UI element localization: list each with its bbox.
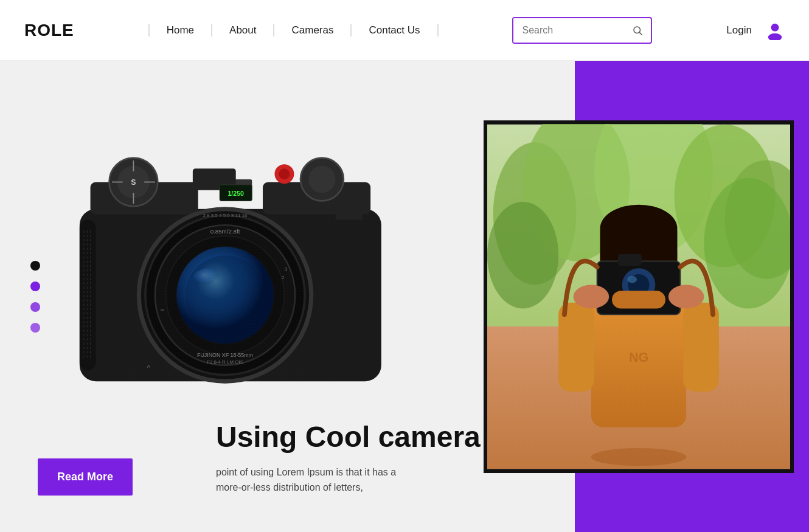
header-right: Login xyxy=(726,21,785,40)
nav: Home About Cameras Contact Us xyxy=(148,24,439,36)
search-icon xyxy=(632,25,643,36)
logo[interactable]: ROLE xyxy=(24,21,74,40)
svg-point-15 xyxy=(308,166,335,193)
svg-text:NG: NG xyxy=(629,350,648,365)
camera-svg: S 0.85m/2.8ft xyxy=(36,109,414,438)
svg-text:1/250: 1/250 xyxy=(227,190,244,197)
nav-cameras[interactable]: Cameras xyxy=(274,24,352,36)
svg-text:S: S xyxy=(131,178,136,187)
nav-contact[interactable]: Contact Us xyxy=(352,24,438,36)
user-icon[interactable] xyxy=(765,21,785,40)
hero-text-block: Using Cool camera point of using Lorem I… xyxy=(216,420,481,496)
hero-section: S 0.85m/2.8ft xyxy=(0,61,809,532)
svg-point-67 xyxy=(627,275,637,283)
svg-point-17 xyxy=(279,168,290,179)
svg-rect-44 xyxy=(99,217,379,379)
nav-home[interactable]: Home xyxy=(148,24,212,36)
svg-rect-63 xyxy=(618,254,642,266)
dot-1[interactable] xyxy=(30,261,40,271)
svg-point-54 xyxy=(591,448,686,466)
svg-line-1 xyxy=(640,32,642,35)
hero-title: Using Cool camera xyxy=(216,420,481,454)
search-bar xyxy=(512,17,652,44)
slide-dots xyxy=(30,261,40,333)
person-photo-svg: NG xyxy=(487,120,790,473)
svg-point-68 xyxy=(574,285,609,308)
nav-about[interactable]: About xyxy=(212,24,274,36)
svg-point-51 xyxy=(487,201,558,308)
search-button[interactable] xyxy=(626,18,649,43)
hero-description: point of using Lorem Ipsum is that it ha… xyxy=(216,465,411,496)
login-button[interactable]: Login xyxy=(726,24,752,36)
svg-point-0 xyxy=(634,27,641,33)
svg-point-3 xyxy=(768,33,782,40)
svg-rect-38 xyxy=(80,219,96,370)
dot-2[interactable] xyxy=(30,282,40,291)
svg-point-2 xyxy=(771,23,779,31)
svg-point-69 xyxy=(668,285,704,308)
dot-4[interactable] xyxy=(30,323,40,333)
svg-point-52 xyxy=(704,178,790,308)
dot-3[interactable] xyxy=(30,302,40,312)
read-more-button[interactable]: Read More xyxy=(38,458,133,496)
svg-rect-70 xyxy=(612,291,665,308)
photo-frame: NG xyxy=(484,120,794,473)
search-input[interactable] xyxy=(513,18,626,43)
header: ROLE Home About Cameras Contact Us Login xyxy=(0,0,809,61)
